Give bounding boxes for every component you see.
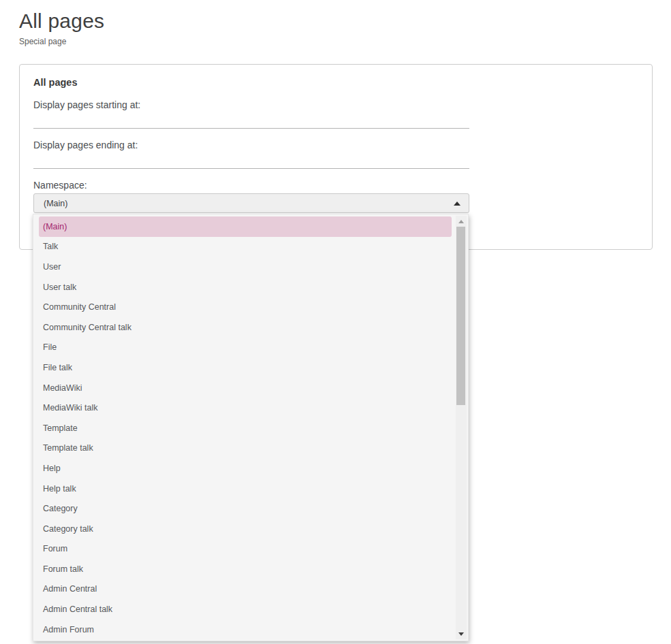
namespace-option[interactable]: Forum talk	[39, 559, 452, 579]
namespace-option[interactable]: Forum	[39, 539, 452, 560]
namespace-option-label: MediaWiki	[43, 383, 82, 393]
namespace-option-label: Category	[43, 504, 78, 513]
namespace-option-label: Template	[43, 423, 78, 433]
namespace-option-label: Forum talk	[43, 564, 83, 574]
namespace-option[interactable]: Category talk	[39, 519, 452, 539]
start-label: Display pages starting at:	[33, 99, 140, 110]
scrollbar-thumb[interactable]	[456, 227, 465, 405]
namespace-option-label: Template talk	[43, 443, 93, 453]
namespace-option[interactable]: Admin Forum	[39, 619, 452, 640]
namespace-option-label: Admin Central talk	[43, 605, 112, 614]
namespace-option[interactable]: Help talk	[39, 479, 452, 499]
namespace-option[interactable]: User	[39, 257, 452, 277]
namespace-option[interactable]: Admin Central	[39, 579, 452, 600]
form-heading: All pages	[33, 77, 77, 88]
display-end-input[interactable]	[33, 152, 469, 169]
namespace-option[interactable]: User talk	[39, 277, 452, 297]
namespace-option-label: MediaWiki talk	[43, 403, 98, 413]
namespace-option-label: (Main)	[43, 222, 67, 231]
namespace-label: Namespace:	[33, 180, 87, 191]
namespace-option-label: User	[43, 262, 61, 272]
namespace-option[interactable]: Template	[39, 418, 452, 438]
namespace-option[interactable]: Talk	[39, 237, 452, 257]
namespace-option-label: Admin Forum	[43, 625, 94, 634]
namespace-select[interactable]: (Main)	[33, 193, 469, 213]
namespace-option[interactable]: Community Central talk	[39, 317, 452, 338]
namespace-option[interactable]: Community Central	[39, 297, 452, 317]
namespace-option[interactable]: MediaWiki talk	[39, 398, 452, 418]
namespace-select-value: (Main)	[44, 199, 454, 208]
namespace-option[interactable]: Admin Central talk	[39, 599, 452, 619]
namespace-option-label: File talk	[43, 363, 72, 372]
page-subtitle: Special page	[19, 37, 66, 46]
namespace-option[interactable]: MediaWiki	[39, 378, 452, 398]
namespace-option-label: Community Central	[43, 302, 116, 312]
scrollbar-down-button[interactable]	[456, 630, 467, 638]
namespace-option[interactable]: Help	[39, 458, 452, 479]
namespace-option-label: User talk	[43, 283, 76, 292]
namespace-option[interactable]: File	[39, 338, 452, 358]
namespace-option[interactable]: Category	[39, 498, 452, 519]
namespace-option[interactable]: (Main)	[39, 216, 452, 237]
end-label: Display pages ending at:	[33, 140, 138, 150]
dropdown-scrollbar[interactable]	[456, 216, 467, 639]
namespace-option-label: Help talk	[43, 484, 76, 494]
namespace-option-label: Help	[43, 464, 61, 473]
display-start-input[interactable]	[33, 112, 469, 129]
namespace-option-label: Talk	[43, 242, 58, 251]
triangle-down-icon	[458, 632, 464, 636]
namespace-option-label: Category talk	[43, 524, 93, 534]
triangle-up-icon	[458, 220, 464, 223]
namespace-option-label: Community Central talk	[43, 323, 131, 332]
namespace-option-label: File	[43, 342, 57, 352]
namespace-option-label: Forum	[43, 544, 67, 553]
page-title: All pages	[19, 10, 104, 33]
chevron-up-icon	[454, 202, 461, 206]
namespace-option-label: Admin Central	[43, 584, 97, 594]
namespace-option-list: (Main) Talk User User talk Community Cen…	[39, 216, 452, 639]
namespace-option[interactable]: Template talk	[39, 438, 452, 459]
namespace-option[interactable]: File talk	[39, 357, 452, 378]
scrollbar-up-button[interactable]	[456, 217, 467, 225]
namespace-dropdown: (Main) Talk User User talk Community Cen…	[33, 214, 469, 641]
